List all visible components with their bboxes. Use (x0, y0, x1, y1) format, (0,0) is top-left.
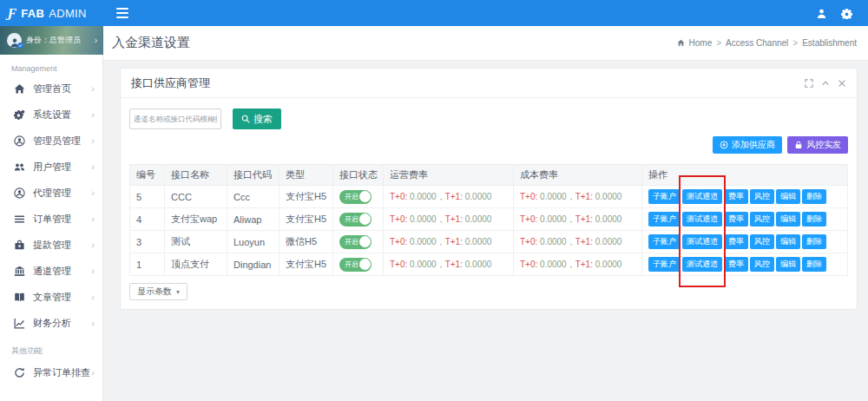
cell-interface-name: 顶点支付 (165, 253, 227, 276)
breadcrumb-separator: > (716, 38, 721, 48)
rate-button[interactable]: 费率 (724, 189, 748, 204)
sidebar-item-label: 提款管理 (33, 239, 71, 252)
fee-separator: ， (437, 214, 445, 224)
delete-button[interactable]: 删除 (802, 234, 826, 249)
edit-button[interactable]: 编辑 (776, 212, 800, 227)
search-input[interactable] (129, 108, 221, 129)
fee-t1-value: 0.0000 (593, 214, 621, 224)
fee-t1-label: T+1: (575, 260, 593, 269)
cell-interface-name: CCC (165, 186, 227, 208)
fee-t0-value: 0.0000 (537, 237, 566, 247)
status-toggle[interactable]: 开启 (339, 213, 372, 227)
search-button[interactable]: 搜索 (233, 108, 281, 129)
risk-control-send-button[interactable]: 风控实发 (787, 136, 848, 154)
fee-t1-value: 0.0000 (593, 192, 621, 201)
test-channel-button[interactable]: 测试通道 (682, 234, 722, 249)
fee-t0-label: T+0: (390, 237, 407, 247)
content-area: 接口供应商管理 搜索 添 (103, 61, 868, 401)
sidebar-item-order-management[interactable]: 订单管理› (0, 206, 103, 232)
column-header: 编号 (130, 165, 165, 186)
status-toggle[interactable]: 开启 (339, 190, 372, 204)
add-supplier-button[interactable]: 添加供应商 (713, 136, 782, 154)
delete-button[interactable]: 删除 (802, 189, 826, 204)
sidebar-item-admin-management[interactable]: 管理员管理› (0, 128, 103, 154)
rate-button[interactable]: 费率 (724, 257, 748, 272)
cell-actions: 子账户测试通道费率风控编辑删除 (642, 208, 848, 231)
subaccount-button[interactable]: 子账户 (648, 189, 681, 204)
search-icon (241, 115, 250, 123)
sidebar-item-abnormal-order-check[interactable]: 异常订单排查› (0, 359, 103, 385)
test-channel-button[interactable]: 测试通道 (682, 257, 722, 272)
user-role-label: 身份：总管理员 (26, 35, 81, 46)
chevron-right-icon: › (91, 188, 95, 198)
sidebar-toggle-icon[interactable] (115, 8, 129, 18)
rate-button[interactable]: 费率 (724, 212, 748, 227)
fee-t0-value: 0.0000 (537, 260, 566, 269)
sidebar-user-panel[interactable]: 身份：总管理员 › (0, 26, 103, 55)
fee-separator: ， (567, 260, 575, 269)
status-toggle[interactable]: 开启 (339, 235, 372, 249)
settings-gear-icon[interactable] (841, 8, 852, 19)
cell-actions: 子账户测试通道费率风控编辑删除 (642, 186, 848, 208)
sidebar-item-label: 订单管理 (33, 213, 71, 226)
edit-button[interactable]: 编辑 (776, 189, 800, 204)
cell-id: 1 (130, 253, 165, 276)
sidebar-item-user-management[interactable]: 用户管理› (0, 154, 103, 180)
users-icon (14, 161, 25, 173)
fee-t1-value: 0.0000 (593, 260, 621, 269)
subaccount-button[interactable]: 子账户 (648, 257, 681, 272)
fee-t0-value: 0.0000 (407, 237, 436, 247)
status-toggle[interactable]: 开启 (339, 258, 372, 272)
risk-control-button[interactable]: 风控 (750, 189, 774, 204)
sidebar-item-channel-management[interactable]: 通道管理› (0, 258, 103, 284)
book-icon (14, 292, 25, 303)
fee-t0-label: T+0: (390, 192, 407, 201)
cell-interface-name: 支付宝wap (165, 208, 227, 231)
risk-control-button[interactable]: 风控 (750, 234, 774, 249)
main-area: 入金渠道设置 Home>Access Channel>Establishment… (103, 26, 868, 401)
close-icon[interactable] (838, 79, 846, 88)
edit-button[interactable]: 编辑 (776, 257, 800, 272)
cell-cost-rate: T+0: 0.0000，T+1: 0.0000 (514, 231, 642, 253)
order-list-icon (14, 214, 25, 225)
fee-t0-label: T+0: (520, 260, 537, 269)
test-channel-button[interactable]: 测试通道 (682, 212, 722, 227)
toggle-knob (359, 236, 371, 247)
collapse-icon[interactable] (821, 79, 830, 88)
rate-button[interactable]: 费率 (724, 234, 748, 249)
search-button-label: 搜索 (253, 113, 273, 126)
breadcrumb-item[interactable]: Access Channel (726, 38, 788, 48)
subaccount-button[interactable]: 子账户 (648, 234, 681, 249)
delete-button[interactable]: 删除 (802, 212, 826, 227)
status-toggle-label: 开启 (345, 215, 358, 223)
table-row: 5CCCCcc支付宝H5开启T+0: 0.0000，T+1: 0.0000T+0… (130, 186, 848, 208)
fee-separator: ， (437, 237, 445, 247)
chevron-right-icon: › (91, 162, 95, 172)
risk-control-button[interactable]: 风控 (750, 257, 774, 272)
sidebar-item-financial-analysis[interactable]: 财务分析› (0, 310, 103, 336)
risk-control-button[interactable]: 风控 (750, 212, 774, 227)
edit-button[interactable]: 编辑 (776, 234, 800, 249)
fee-t0-value: 0.0000 (407, 214, 436, 224)
user-account-icon[interactable] (816, 8, 827, 19)
sidebar-item-agent-management[interactable]: 代理管理› (0, 180, 103, 206)
sidebar-item-withdrawal-management[interactable]: 提款管理› (0, 232, 103, 258)
panel-tools (805, 79, 846, 88)
delete-button[interactable]: 删除 (802, 257, 826, 272)
sidebar-item-label: 通道管理 (33, 265, 71, 278)
fee-t1-value: 0.0000 (463, 237, 491, 247)
page-size-button[interactable]: 显示条数 ▾ (129, 283, 187, 300)
panel-card-header: 接口供应商管理 (121, 69, 857, 98)
sidebar-item-article-management[interactable]: 文章管理› (0, 284, 103, 310)
chevron-right-icon: › (91, 136, 95, 146)
test-channel-button[interactable]: 测试通道 (682, 189, 722, 204)
breadcrumb-item[interactable]: Establishment (802, 38, 857, 48)
table-row: 1顶点支付Dingdian支付宝H5开启T+0: 0.0000，T+1: 0.0… (130, 253, 848, 276)
sidebar-item-system-settings[interactable]: 系统设置› (0, 102, 103, 128)
subaccount-button[interactable]: 子账户 (648, 212, 681, 227)
plus-circle-icon (720, 141, 728, 149)
sidebar-item-admin-home[interactable]: 管理首页› (0, 76, 103, 102)
breadcrumb-item[interactable]: Home (689, 38, 713, 48)
home-icon (14, 83, 25, 95)
expand-icon[interactable] (805, 79, 813, 88)
